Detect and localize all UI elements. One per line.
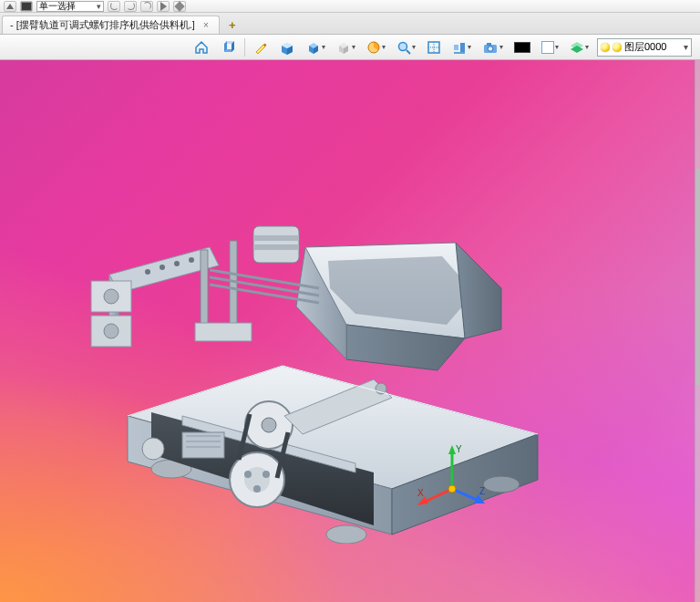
svg-point-40 [262, 471, 270, 478]
home-button[interactable] [191, 37, 211, 57]
chevron-down-icon: ▾ [382, 43, 386, 51]
svg-marker-70 [448, 445, 456, 454]
refresh-icon [143, 2, 151, 10]
svg-rect-68 [195, 323, 252, 341]
pen-icon [253, 40, 268, 55]
scrollbar-thumb[interactable] [695, 169, 700, 386]
layer-dropdown[interactable]: 图层0000 [597, 38, 692, 57]
pen-button[interactable] [251, 37, 271, 57]
3d-viewport[interactable]: Y X Z [0, 60, 700, 602]
model-3d-visual [73, 142, 565, 544]
document-tab[interactable]: - [摆臂轨道可调式螺钉排序机供给供料机.] × [2, 16, 220, 34]
svg-point-62 [145, 269, 150, 275]
svg-point-75 [448, 485, 456, 493]
align-h-icon [452, 40, 467, 55]
svg-point-32 [483, 476, 520, 493]
chevron-down-icon: ▾ [412, 43, 416, 51]
svg-point-65 [189, 257, 194, 263]
svg-rect-19 [454, 45, 458, 50]
swatch-white-button[interactable]: ▾ [539, 37, 561, 57]
pie-icon [366, 40, 381, 55]
vertical-scrollbar[interactable] [695, 60, 700, 602]
top-toolbar: 单一选择 [0, 0, 700, 13]
svg-point-47 [142, 438, 164, 460]
axis-x-label: X [417, 488, 424, 498]
bulb-on-icon [601, 43, 610, 52]
selection-mode-dropdown[interactable]: 单一选择 [36, 1, 104, 12]
svg-point-36 [262, 418, 276, 432]
svg-point-63 [160, 265, 165, 270]
cursor-up-icon [6, 4, 14, 9]
chevron-down-icon: ▾ [322, 43, 325, 51]
top-btn-8[interactable] [173, 1, 186, 12]
view-toolbar: ▾ ▾ ▾ ▾ ▾ ▾ ▾ ▾ 图层0000 [0, 35, 700, 60]
solid-cube-button[interactable] [217, 37, 239, 57]
zoom-button[interactable]: ▾ [394, 37, 418, 57]
swatch-black-button[interactable] [511, 37, 533, 57]
camera-button[interactable]: ▾ [479, 37, 506, 57]
svg-point-24 [488, 46, 493, 51]
align-h-button[interactable]: ▾ [449, 37, 474, 57]
layers-green-icon [570, 40, 584, 55]
top-btn-2[interactable] [20, 1, 33, 12]
layers-green-button[interactable]: ▾ [567, 37, 592, 57]
tab-bar: - [摆臂轨道可调式螺钉排序机供给供料机.] × + [0, 13, 700, 35]
fit-screen-icon [427, 40, 441, 55]
new-tab-button[interactable]: + [225, 17, 240, 32]
svg-rect-66 [201, 250, 208, 332]
play-icon [160, 2, 167, 11]
camera-icon [482, 40, 499, 55]
top-btn-5[interactable] [124, 1, 137, 12]
diamond-icon [174, 1, 184, 11]
layer-name-label: 图层0000 [624, 40, 666, 54]
swatch-black-icon [514, 42, 530, 53]
selection-mode-label: 单一选择 [39, 1, 76, 11]
svg-point-61 [104, 324, 118, 338]
pie-button[interactable]: ▾ [364, 37, 388, 57]
chevron-down-icon: ▾ [499, 43, 503, 51]
svg-point-31 [326, 525, 366, 544]
svg-marker-26 [571, 46, 583, 53]
svg-line-17 [407, 50, 410, 54]
document-tab-title: - [摆臂轨道可调式螺钉排序机供给供料机.] [10, 18, 195, 32]
stop-icon [21, 2, 32, 11]
svg-rect-54 [253, 235, 299, 241]
svg-point-64 [174, 261, 180, 266]
cube-style-icon [306, 40, 321, 55]
toolbar-separator [244, 38, 245, 57]
top-btn-1[interactable] [4, 1, 16, 12]
close-icon[interactable]: × [201, 20, 211, 31]
box-alt-icon [336, 40, 351, 55]
box-alt-button[interactable]: ▾ [334, 37, 358, 57]
chevron-down-icon: ▾ [555, 43, 559, 51]
solid-cube-icon [220, 40, 236, 55]
svg-point-39 [244, 471, 252, 478]
coordinate-triad: Y X Z [416, 443, 489, 516]
undo-icon [110, 2, 118, 10]
redo-icon [127, 2, 135, 10]
svg-rect-23 [487, 43, 491, 46]
cube-style-button[interactable]: ▾ [304, 37, 328, 57]
chevron-down-icon: ▾ [352, 43, 355, 51]
svg-rect-55 [253, 244, 299, 250]
svg-point-16 [399, 42, 407, 50]
svg-rect-20 [460, 43, 465, 52]
top-btn-7[interactable] [157, 1, 170, 12]
shaded-cube-button[interactable] [276, 37, 298, 57]
bulb-on-icon-2 [612, 43, 622, 52]
axis-z-label: Z [479, 486, 485, 496]
fit-screen-button[interactable] [424, 37, 444, 57]
chevron-down-icon: ▾ [468, 43, 471, 51]
axis-y-label: Y [456, 444, 462, 454]
top-btn-4[interactable] [108, 1, 120, 12]
top-btn-6[interactable] [140, 1, 153, 12]
swatch-white-icon [541, 41, 554, 54]
svg-point-41 [253, 485, 261, 493]
zoom-icon [396, 40, 411, 55]
chevron-down-icon: ▾ [585, 43, 589, 51]
home-icon [194, 40, 209, 55]
svg-rect-67 [230, 241, 237, 332]
shaded-cube-icon [279, 40, 295, 55]
svg-point-60 [104, 289, 118, 304]
